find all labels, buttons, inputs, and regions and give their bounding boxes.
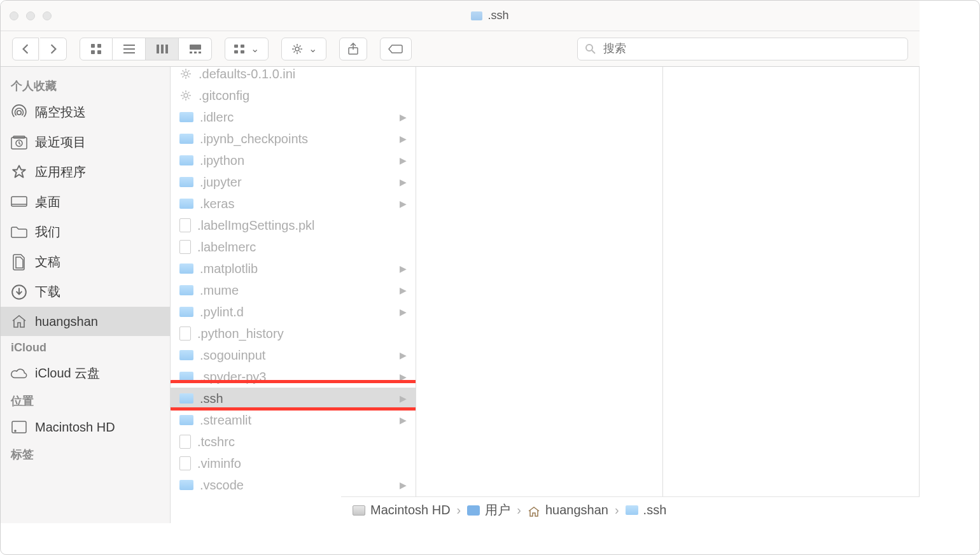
- svg-rect-1: [97, 44, 101, 48]
- folder-icon: [626, 505, 638, 516]
- file-row[interactable]: .tcshrc: [171, 431, 416, 453]
- share-button[interactable]: [339, 38, 367, 60]
- breadcrumb-label: Macintosh HD: [370, 503, 451, 517]
- folder-icon: [11, 224, 27, 241]
- sidebar-item-label: huangshan: [35, 314, 98, 329]
- share-icon: [347, 43, 359, 55]
- breadcrumb[interactable]: 用户: [467, 502, 510, 519]
- list-view-button[interactable]: [113, 38, 146, 60]
- folder-row[interactable]: .ipython▶: [171, 150, 416, 171]
- file-row[interactable]: .gitconfig: [171, 85, 416, 106]
- folder-icon: [179, 307, 193, 317]
- breadcrumb[interactable]: Macintosh HD: [353, 503, 451, 517]
- sidebar-section-title: 个人收藏: [1, 73, 170, 97]
- sidebar: 个人收藏隔空投送最近项目应用程序桌面我们文稿下载huangshaniCloudi…: [1, 67, 171, 523]
- svg-rect-8: [161, 45, 164, 53]
- breadcrumb-separator: ›: [615, 503, 619, 517]
- breadcrumb[interactable]: .ssh: [626, 503, 667, 517]
- file-icon: [179, 456, 191, 470]
- svg-point-18: [295, 47, 299, 51]
- window-title: .ssh: [1, 9, 920, 22]
- folder-row[interactable]: .jupyter▶: [171, 171, 416, 193]
- file-row[interactable]: .viminfo: [171, 453, 416, 474]
- folder-row[interactable]: .sogouinput▶: [171, 344, 416, 366]
- sidebar-item-downloads[interactable]: 下载: [1, 277, 170, 307]
- folder-row[interactable]: .vscode▶: [171, 474, 416, 496]
- users-icon: [467, 505, 480, 516]
- folder-row[interactable]: .keras▶: [171, 193, 416, 214]
- folder-row[interactable]: .matplotlib▶: [171, 258, 416, 279]
- window-title-text: .ssh: [487, 9, 508, 22]
- file-name: .matplotlib: [200, 262, 393, 276]
- column-2[interactable]: [416, 67, 663, 523]
- tags-button[interactable]: [380, 38, 412, 60]
- sidebar-item-folder[interactable]: 我们: [1, 217, 170, 247]
- icon-view-button[interactable]: [80, 38, 113, 60]
- svg-rect-12: [194, 52, 197, 53]
- chevron-right-icon: ▶: [400, 415, 407, 425]
- folder-row[interactable]: .mume▶: [171, 279, 416, 301]
- sidebar-section-title: iCloud: [1, 336, 170, 358]
- group-by-dropdown[interactable]: ⌄: [225, 38, 269, 60]
- svg-rect-3: [97, 50, 101, 54]
- folder-row[interactable]: .idlerc▶: [171, 106, 416, 128]
- sidebar-item-airdrop[interactable]: 隔空投送: [1, 97, 170, 127]
- file-icon: [179, 327, 191, 341]
- folder-icon: [179, 134, 193, 144]
- file-row[interactable]: .defaults-0.1.0.ini: [171, 67, 416, 85]
- back-button[interactable]: [12, 38, 39, 60]
- path-bar: Macintosh HD›用户›huangshan›.ssh: [341, 496, 920, 523]
- cloud-icon: [11, 365, 27, 382]
- gallery-view-button[interactable]: [179, 38, 212, 60]
- file-name: .gitconfig: [199, 88, 407, 103]
- file-icon: [179, 218, 191, 232]
- sidebar-item-label: 桌面: [35, 193, 60, 211]
- file-row[interactable]: .labelImgSettings.pkl: [171, 214, 416, 236]
- maximize-window[interactable]: [43, 11, 52, 20]
- folder-icon: [179, 199, 193, 209]
- action-dropdown[interactable]: ⌄: [281, 38, 326, 60]
- search-field[interactable]: [577, 38, 908, 60]
- apps-icon: [11, 164, 27, 181]
- file-name: .jupyter: [200, 175, 393, 190]
- sidebar-item-recent[interactable]: 最近项目: [1, 127, 170, 157]
- file-row[interactable]: .python_history: [171, 323, 416, 344]
- gear-icon: [179, 67, 192, 80]
- sidebar-item-label: iCloud 云盘: [35, 365, 100, 382]
- folder-icon: [179, 155, 193, 165]
- sidebar-item-cloud[interactable]: iCloud 云盘: [1, 358, 170, 388]
- forward-button[interactable]: [40, 38, 67, 60]
- breadcrumb-separator: ›: [517, 503, 521, 517]
- chevron-right-icon: ▶: [400, 155, 407, 165]
- folder-row[interactable]: .ipynb_checkpoints▶: [171, 128, 416, 150]
- column-1[interactable]: .defaults-0.1.0.ini.gitconfig.idlerc▶.ip…: [171, 67, 416, 523]
- file-row[interactable]: .labelmerc: [171, 236, 416, 258]
- sidebar-item-apps[interactable]: 应用程序: [1, 157, 170, 187]
- titlebar: .ssh: [1, 1, 920, 31]
- sidebar-item-hd[interactable]: Macintosh HD: [1, 412, 170, 442]
- svg-rect-2: [91, 50, 95, 54]
- column-view-button[interactable]: [146, 38, 179, 60]
- close-window[interactable]: [10, 11, 18, 20]
- minimize-window[interactable]: [26, 11, 35, 20]
- sidebar-item-documents[interactable]: 文稿: [1, 247, 170, 277]
- column-3[interactable]: [663, 67, 920, 523]
- folder-row[interactable]: .ssh▶: [171, 388, 416, 409]
- folder-icon: [179, 177, 193, 187]
- breadcrumb[interactable]: huangshan: [528, 503, 608, 517]
- sidebar-item-desktop[interactable]: 桌面: [1, 187, 170, 217]
- chevron-right-icon: ▶: [400, 372, 407, 382]
- folder-icon: [179, 285, 193, 295]
- desktop-icon: [11, 194, 27, 211]
- folder-row[interactable]: .spyder-py3▶: [171, 366, 416, 388]
- file-name: .python_history: [197, 327, 407, 341]
- folder-row[interactable]: .streamlit▶: [171, 409, 416, 431]
- folder-row[interactable]: .pylint.d▶: [171, 301, 416, 323]
- file-name: .viminfo: [197, 456, 407, 471]
- sidebar-item-home[interactable]: huangshan: [1, 307, 170, 336]
- svg-rect-6: [123, 52, 135, 53]
- search-input[interactable]: [577, 38, 908, 60]
- chevron-right-icon: ▶: [400, 177, 407, 187]
- file-name: .idlerc: [200, 110, 393, 125]
- svg-rect-7: [157, 45, 159, 53]
